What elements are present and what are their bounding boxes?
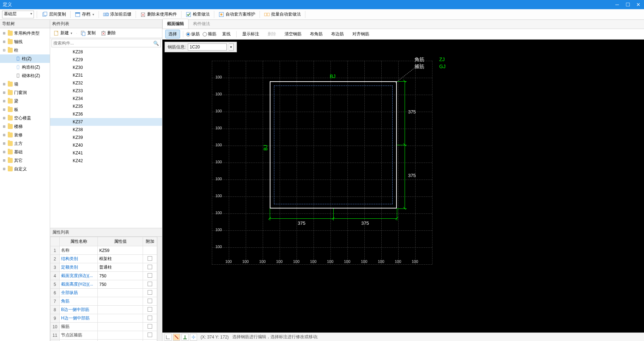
prop-extra[interactable]: [143, 289, 157, 297]
toolbar-batch[interactable]: 批量自动套做法: [262, 10, 303, 19]
expand-icon[interactable]: ⊞: [2, 141, 6, 146]
bj-label[interactable]: BJ: [263, 145, 268, 151]
nav-item[interactable]: ⊞门窗洞: [0, 88, 50, 97]
component-item[interactable]: KZ42: [50, 157, 162, 165]
prop-value[interactable]: [98, 297, 143, 306]
nav-item[interactable]: 柱(Z): [0, 54, 50, 63]
dim-label[interactable]: 375: [298, 221, 305, 226]
dim-label[interactable]: 375: [361, 221, 369, 226]
component-item[interactable]: KZ36: [50, 110, 162, 118]
expand-icon[interactable]: ⊞: [2, 133, 6, 137]
dim-label[interactable]: 375: [408, 109, 416, 114]
toolbar-auto-scheme[interactable]: 自动套方案维护: [216, 10, 257, 19]
expand-icon[interactable]: ⊞: [2, 158, 6, 163]
component-item[interactable]: KZ40: [50, 141, 162, 149]
component-item[interactable]: KZ28: [50, 48, 162, 56]
show-anno[interactable]: 显示标注: [239, 30, 262, 38]
line-tool[interactable]: 直线: [219, 30, 233, 38]
prop-value[interactable]: 普通柱: [98, 263, 143, 272]
toolbar-copy-layers[interactable]: 层间复制: [40, 10, 68, 19]
prop-extra[interactable]: [143, 280, 157, 289]
nav-item[interactable]: ⊟柱: [0, 46, 50, 54]
search-input[interactable]: [53, 41, 153, 46]
stirrup-outline[interactable]: [274, 86, 393, 204]
component-item[interactable]: KZ38: [50, 126, 162, 134]
component-item[interactable]: KZ35: [50, 102, 162, 110]
rebar-info-input[interactable]: [188, 43, 227, 51]
prop-value[interactable]: [98, 314, 143, 323]
clear-rebar[interactable]: 清空钢筋: [282, 30, 304, 38]
radio-gurebar[interactable]: 箍筋: [203, 31, 216, 37]
stirrup-label[interactable]: 箍筋: [415, 64, 424, 70]
prop-extra[interactable]: [143, 246, 157, 255]
prop-value[interactable]: 4*4: [98, 340, 143, 341]
minimize-button[interactable]: ─: [614, 2, 620, 7]
component-item[interactable]: KZ33: [50, 87, 162, 95]
component-item[interactable]: KZ37: [50, 118, 162, 126]
level-select[interactable]: 基础层: [2, 11, 34, 18]
prop-row[interactable]: 6全部纵筋: [50, 289, 157, 297]
prop-extra[interactable]: [143, 340, 157, 341]
expand-icon[interactable]: ⊞: [2, 40, 6, 44]
tab-method[interactable]: 构件做法: [189, 19, 215, 29]
sb-axis-icon[interactable]: [165, 334, 172, 341]
sb-ortho-icon[interactable]: [173, 334, 180, 341]
align-rebar[interactable]: 对齐钢筋: [350, 30, 372, 38]
nav-item[interactable]: ⊞其它: [0, 156, 50, 165]
bj-label[interactable]: BJ: [330, 74, 335, 79]
prop-value[interactable]: [98, 289, 143, 297]
nav-item[interactable]: ⊞自定义: [0, 165, 50, 173]
sb-perp-icon[interactable]: [181, 334, 189, 341]
tab-section-edit[interactable]: 截面编辑: [162, 19, 189, 29]
prop-extra[interactable]: [143, 331, 157, 340]
delete-button[interactable]: 删除: [99, 29, 117, 37]
nav-item[interactable]: ⊞墙: [0, 80, 50, 88]
prop-row[interactable]: 10箍筋: [50, 323, 157, 331]
close-button[interactable]: ✕: [636, 2, 641, 7]
prop-extra[interactable]: [143, 255, 157, 263]
nav-item[interactable]: 砌体柱(Z): [0, 71, 50, 80]
prop-value[interactable]: 750: [98, 280, 143, 289]
prop-row[interactable]: 7角筋: [50, 297, 157, 306]
prop-extra[interactable]: [143, 297, 157, 306]
toolbar-archive[interactable]: 存档▾: [73, 10, 96, 19]
prop-value[interactable]: [98, 306, 143, 314]
zj-label[interactable]: ZJ: [439, 57, 445, 62]
expand-icon[interactable]: ⊞: [2, 150, 6, 154]
prop-row[interactable]: 8B边一侧中部筋: [50, 306, 157, 314]
nav-item[interactable]: ⊞楼梯: [0, 122, 50, 131]
prop-row[interactable]: 3定额类别普通柱: [50, 263, 157, 272]
prop-extra[interactable]: [143, 263, 157, 272]
search-box[interactable]: 🔍: [52, 39, 161, 47]
component-item[interactable]: KZ32: [50, 79, 162, 87]
prop-value[interactable]: [98, 323, 143, 331]
select-tool[interactable]: 选择: [165, 30, 180, 39]
prop-extra[interactable]: [143, 323, 157, 331]
prop-value[interactable]: KZ59: [98, 246, 143, 255]
prop-extra[interactable]: [143, 306, 157, 314]
prop-row[interactable]: 12箍筋肢数4*4: [50, 340, 157, 341]
expand-icon[interactable]: ⊞: [2, 82, 6, 86]
prop-value[interactable]: [98, 331, 143, 340]
nav-item[interactable]: ⊞空心楼盖: [0, 114, 50, 122]
new-button[interactable]: 新建▾: [52, 29, 74, 37]
prop-row[interactable]: 9H边一侧中部筋: [50, 314, 157, 323]
toolbar-delete-unused[interactable]: 删除未使用构件: [138, 10, 179, 19]
maximize-button[interactable]: ☐: [625, 2, 631, 7]
nav-item[interactable]: ⊞板: [0, 105, 50, 114]
nav-item[interactable]: ⊞轴线: [0, 37, 50, 46]
expand-icon[interactable]: ⊟: [2, 48, 6, 52]
prop-extra[interactable]: [143, 272, 157, 280]
prop-row[interactable]: 5截面高度(H边)(...750: [50, 280, 157, 289]
gj-label[interactable]: GJ: [439, 64, 446, 69]
expand-icon[interactable]: ⊞: [2, 116, 6, 120]
component-item[interactable]: KZ41: [50, 149, 162, 157]
prop-extra[interactable]: [143, 314, 157, 323]
nav-item[interactable]: 构造柱(Z): [0, 63, 50, 71]
copy-button[interactable]: 复制: [79, 29, 97, 37]
component-item[interactable]: KZ39: [50, 134, 162, 141]
toolbar-check[interactable]: 检查做法: [184, 10, 212, 19]
nav-item[interactable]: ⊞梁: [0, 97, 50, 105]
component-item[interactable]: KZ31: [50, 71, 162, 79]
prop-row[interactable]: 2结构类别框架柱: [50, 255, 157, 263]
